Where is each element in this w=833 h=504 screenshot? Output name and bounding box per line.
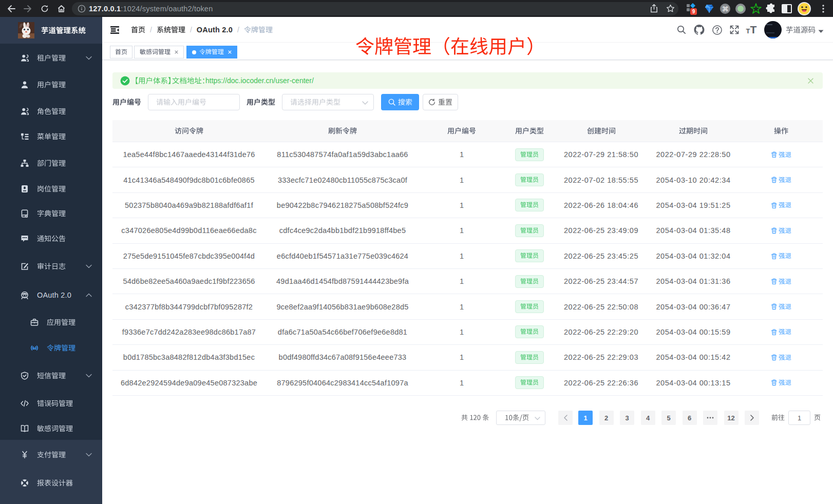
svg-text:9: 9: [692, 9, 695, 14]
svg-text:a: a: [33, 346, 35, 350]
svg-text:⌘: ⌘: [722, 5, 728, 12]
